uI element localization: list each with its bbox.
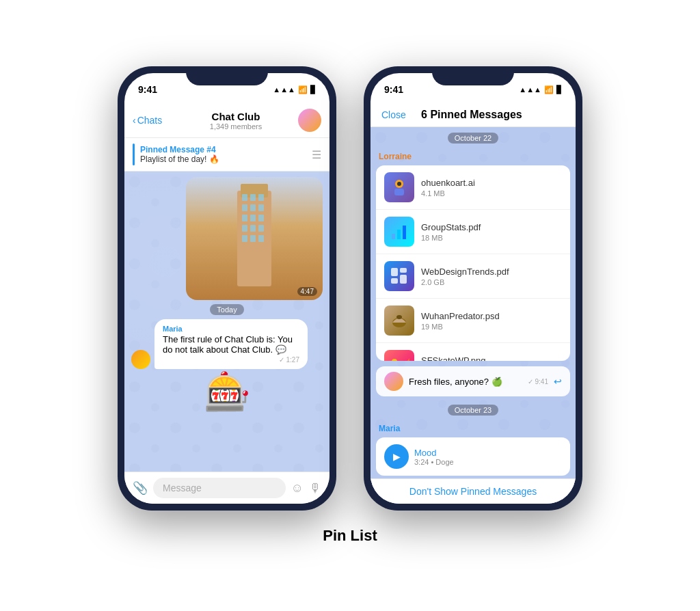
pm-sender-2: Maria xyxy=(371,421,576,435)
image-message: 4:47 xyxy=(186,177,323,300)
file-item-1[interactable]: ohuenkoart.ai 4.1 MB xyxy=(376,165,570,210)
files-card: ohuenkoart.ai 4.1 MB xyxy=(376,165,570,361)
svg-rect-6 xyxy=(250,204,256,211)
audio-title: Mood xyxy=(414,448,562,458)
svg-rect-5 xyxy=(242,204,247,211)
svg-rect-12 xyxy=(250,225,256,232)
file-thumb-2 xyxy=(384,217,414,247)
chevron-left-icon: ‹ xyxy=(133,115,136,126)
file-name-4: WuhanPredator.psd xyxy=(421,311,562,321)
file-name-3: WebDesignTrends.pdf xyxy=(421,267,562,277)
svg-rect-10 xyxy=(258,215,264,221)
file-item-3[interactable]: WebDesignTrends.pdf 2.0 GB xyxy=(376,254,570,299)
image-time: 4:47 xyxy=(297,287,317,296)
fresh-message: Fresh files, anyone? 🍏 ✓ 9:41 ↩ xyxy=(376,366,570,396)
building-image xyxy=(186,177,323,300)
svg-rect-18 xyxy=(394,189,404,195)
wifi-icon: 📶 xyxy=(298,85,308,94)
svg-rect-3 xyxy=(250,194,256,201)
pinned-bar xyxy=(133,144,135,165)
svg-rect-7 xyxy=(258,204,264,211)
chat-subtitle: 1,349 members xyxy=(174,122,298,131)
file-info-2: GroupStats.pdf 18 MB xyxy=(421,222,562,242)
message-maria: Maria The first rule of Chat Club is: Yo… xyxy=(131,319,323,369)
unpin-icon[interactable]: ☰ xyxy=(312,148,321,161)
signal-icon: ▲▲▲ xyxy=(273,85,295,94)
chat-title-area: Chat Club 1,349 members xyxy=(174,111,298,131)
pinned-list-content: October 22 Lorraine ohuenkoart.ai 4.1 xyxy=(371,127,576,478)
svg-rect-20 xyxy=(392,234,395,239)
file-item-5[interactable]: SFSkateWP.png 3.4 MB xyxy=(376,343,570,361)
svg-rect-4 xyxy=(258,194,264,201)
file-thumb-1 xyxy=(384,172,414,202)
sticker-icon[interactable]: ☺ xyxy=(291,481,304,495)
message-content: The first rule of Chat Club is: You do n… xyxy=(163,334,299,355)
dont-show-button[interactable]: Don't Show Pinned Messages xyxy=(371,478,576,504)
microphone-icon[interactable]: 🎙 xyxy=(309,481,321,495)
file-info-1: ohuenkoart.ai 4.1 MB xyxy=(421,178,562,198)
page-caption: Pin List xyxy=(323,527,377,545)
input-bar: 📎 Message ☺ 🎙 xyxy=(124,472,329,504)
svg-rect-21 xyxy=(397,230,401,239)
svg-rect-15 xyxy=(250,235,256,242)
svg-rect-8 xyxy=(242,215,247,221)
file-thumb-5 xyxy=(384,350,414,361)
emoji-message: 🎰 xyxy=(204,373,251,411)
file-info-3: WebDesignTrends.pdf 2.0 GB xyxy=(421,267,562,286)
file-thumb-3 xyxy=(384,261,414,291)
file-thumb-4 xyxy=(384,306,414,336)
avatar[interactable] xyxy=(298,109,321,132)
audio-info: Mood 3:24 • Doge xyxy=(414,448,562,466)
file-size-2: 18 MB xyxy=(421,234,562,242)
svg-point-29 xyxy=(392,359,397,361)
file-size-4: 19 MB xyxy=(421,323,562,331)
status-time-2: 9:41 xyxy=(384,84,403,95)
file-item-4[interactable]: WuhanPredator.psd 19 MB xyxy=(376,299,570,343)
maria-avatar xyxy=(131,350,150,369)
svg-rect-2 xyxy=(242,194,247,201)
pinned-banner[interactable]: Pinned Message #4 Playlist of the day! 🔥… xyxy=(124,138,329,172)
message-time: ✓ 1:27 xyxy=(163,356,299,364)
notch xyxy=(186,66,268,85)
pm-date-1: October 22 xyxy=(448,133,498,144)
chat-header: ‹ Chats Chat Club 1,349 members xyxy=(124,103,329,138)
pinned-list-bg: October 22 Lorraine ohuenkoart.ai 4.1 xyxy=(371,127,576,504)
status-icons-1: ▲▲▲ 📶 ▊ xyxy=(273,85,316,94)
pm-date-2: October 23 xyxy=(448,405,498,416)
battery-icon-2: ▊ xyxy=(556,85,562,94)
battery-icon: ▊ xyxy=(310,85,316,94)
file-item-2[interactable]: GroupStats.pdf 18 MB xyxy=(376,210,570,254)
message-input[interactable]: Message xyxy=(153,478,286,498)
svg-rect-9 xyxy=(250,215,256,221)
audio-message[interactable]: ▶ Mood 3:24 • Doge xyxy=(376,437,570,476)
svg-rect-16 xyxy=(258,235,264,242)
file-info-5: SFSkateWP.png 3.4 MB xyxy=(421,355,562,362)
forward-icon[interactable]: ↩ xyxy=(554,376,562,387)
file-name-1: ohuenkoart.ai xyxy=(421,178,562,188)
svg-point-19 xyxy=(397,182,401,186)
svg-rect-14 xyxy=(242,235,247,242)
play-button[interactable]: ▶ xyxy=(384,444,409,469)
back-button[interactable]: ‹ Chats xyxy=(133,115,174,126)
signal-icon-2: ▲▲▲ xyxy=(519,85,541,94)
back-label: Chats xyxy=(137,115,163,126)
close-button[interactable]: Close xyxy=(381,109,406,120)
pinned-text: Pinned Message #4 Playlist of the day! 🔥 xyxy=(140,145,312,164)
fresh-msg-text: Fresh files, anyone? 🍏 xyxy=(409,377,522,387)
file-size-1: 4.1 MB xyxy=(421,189,562,198)
file-info-4: WuhanPredator.psd 19 MB xyxy=(421,311,562,331)
svg-point-28 xyxy=(396,315,402,319)
file-size-3: 2.0 GB xyxy=(421,278,562,286)
chat-title: Chat Club xyxy=(174,111,298,122)
svg-rect-26 xyxy=(400,275,407,284)
svg-rect-25 xyxy=(391,278,398,284)
attachment-icon[interactable]: 📎 xyxy=(133,480,148,495)
phone-1: 9:41 ▲▲▲ 📶 ▊ ‹ Chats Chat Club 1,349 mem… xyxy=(118,66,336,511)
audio-subtitle: 3:24 • Doge xyxy=(414,458,562,466)
status-icons-2: ▲▲▲ 📶 ▊ xyxy=(519,85,562,94)
pinned-label: Pinned Message #4 xyxy=(140,145,312,154)
chat-background: 4:47 Today Maria The first rule of Chat … xyxy=(124,172,329,472)
svg-rect-24 xyxy=(400,268,407,273)
pinned-header-title: 6 Pinned Messages xyxy=(421,109,522,121)
pinned-messages-header: Close 6 Pinned Messages xyxy=(371,103,576,127)
